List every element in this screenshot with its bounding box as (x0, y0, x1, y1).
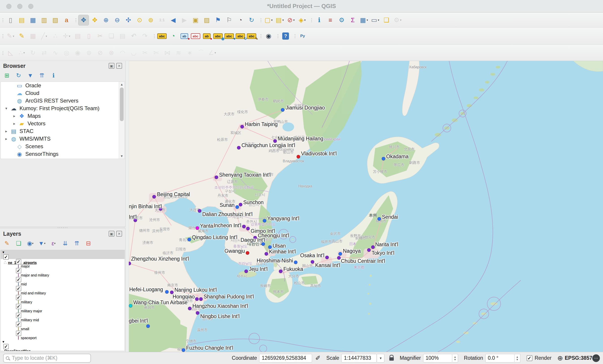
zoom-to-selection-icon[interactable]: ⊙ (134, 15, 145, 25)
expander-icon[interactable]: ▸ (3, 129, 10, 134)
show-hide-labels-icon[interactable]: abc◉ (213, 31, 223, 41)
measure-icon[interactable]: ▭▾ (370, 15, 381, 25)
layer-item-military[interactable]: ✓military (1, 295, 125, 304)
scale-combo[interactable]: 1:14477833 (341, 354, 377, 363)
open-project-icon[interactable]: ▤ (16, 15, 27, 25)
layer-item-major-and-military[interactable]: ✓major and military (1, 268, 125, 277)
layer-item-mid-and-military[interactable]: ✓mid and military (1, 286, 125, 295)
browser-item-scenes[interactable]: ◇Scenes (1, 143, 125, 150)
layout-manager-icon[interactable]: ▧ (50, 15, 61, 25)
scroll-up-icon[interactable]: ▲ (119, 82, 125, 87)
zoom-in-icon[interactable]: ⊕ (101, 15, 111, 25)
open-attribute-table-icon[interactable]: ▦▾ (359, 15, 369, 25)
visibility-checkbox[interactable]: ✓ (16, 313, 21, 318)
new-project-icon[interactable]: ▯ (5, 15, 16, 25)
toggle-unplaced-labels-icon[interactable]: abc (190, 31, 201, 41)
minimize-window-button[interactable] (17, 4, 23, 9)
statistical-summary-icon[interactable]: ≡ (325, 15, 336, 25)
layer-item-ne-10m-airports[interactable]: ▾✓∴ne_10m_airports (1, 250, 125, 259)
browser-item-vectors[interactable]: ▸▰Vectors (1, 120, 125, 127)
visibility-checkbox[interactable]: ✓ (3, 344, 9, 349)
magnifier-field[interactable]: 100% (423, 354, 452, 363)
browser-item-vector-tiles[interactable]: ⊞Vector Tiles (1, 158, 125, 159)
browser-properties-widget-icon[interactable]: ℹ (49, 71, 58, 80)
select-features-by-value-icon[interactable]: ▤▾ (274, 15, 285, 25)
map-canvas[interactable]: ХабаровскПриморский крайВладивостокУссур… (129, 61, 603, 352)
scale-dropdown-icon[interactable]: ▼ (377, 354, 384, 363)
browser-item-cloud[interactable]: ☁Cloud (1, 89, 125, 97)
new-spatial-bookmark-icon[interactable]: ⚑ (213, 15, 223, 25)
close-window-button[interactable] (6, 4, 12, 9)
browser-item-kumoy-first-project-qgis-team-[interactable]: ▾☁Kumoy: First Project(QGIS Team) (1, 104, 125, 112)
visibility-checkbox[interactable]: ✓ (16, 295, 21, 300)
layer-item-major[interactable]: ✓major (1, 259, 125, 268)
visibility-checkbox[interactable]: ✓ (16, 268, 21, 273)
move-label-icon[interactable]: abc➜ (224, 31, 234, 41)
visibility-checkbox[interactable]: ✓ (16, 259, 21, 264)
layers-add-group-icon[interactable]: ❏ (14, 239, 23, 248)
layers-manage-map-themes-icon[interactable]: ◉▾ (25, 239, 35, 248)
expander-icon[interactable]: ▾ (3, 106, 10, 111)
browser-item-sensorthings[interactable]: ◉SensorThings (1, 150, 125, 158)
zoom-to-layer-icon[interactable]: ⊚ (145, 15, 156, 25)
panel-splitter[interactable] (0, 227, 126, 228)
python-console-icon[interactable]: Py (297, 31, 308, 41)
browser-item-stac[interactable]: ▸▤STAC (1, 127, 125, 135)
locate-search-input[interactable]: Type to locate (⌘K) (3, 354, 91, 363)
browser-add-selected-layers-icon[interactable]: ⊞ (2, 71, 12, 80)
identify-features-icon[interactable]: ℹ (314, 15, 325, 25)
show-statistics-icon[interactable]: Σ (348, 15, 358, 25)
crs-globe-icon[interactable]: ⊕ (557, 355, 563, 362)
browser-filter-browser-icon[interactable]: ▼ (25, 71, 35, 80)
layer-diagram-options-icon[interactable]: ◔ (168, 31, 178, 41)
expander-icon[interactable]: ▾ (2, 250, 4, 254)
toggle-editing-icon[interactable]: ✎ (16, 31, 27, 41)
select-by-location-icon[interactable]: ◈▾ (297, 15, 308, 25)
highlight-pinned-labels-icon[interactable]: ab● (179, 31, 190, 41)
zoom-last-icon[interactable]: ◀ (168, 15, 178, 25)
browser-item-maps[interactable]: ▸❖Maps (1, 112, 125, 120)
scrollbar-thumb[interactable] (120, 88, 124, 121)
browser-collapse-all-icon[interactable]: ⇈ (37, 71, 46, 80)
visibility-checkbox[interactable]: ✓ (16, 277, 21, 282)
browser-close-icon[interactable]: ✕ (116, 63, 122, 69)
zoom-out-icon[interactable]: ⊖ (112, 15, 123, 25)
map-tips-icon[interactable]: ❑ (381, 15, 392, 25)
select-features-icon[interactable]: ▢▾ (263, 15, 274, 25)
expander-icon[interactable]: ▸ (11, 114, 18, 118)
layers-open-layer-styling-icon[interactable]: ✎ (2, 239, 12, 248)
style-manager-icon[interactable]: a (61, 15, 72, 25)
browser-refresh-browser-icon[interactable]: ↻ (14, 71, 23, 80)
show-bookmarks-icon[interactable]: ⚐ (224, 15, 234, 25)
layers-filter-by-expression-icon[interactable]: ε▾ (49, 239, 58, 248)
visibility-checkbox[interactable]: ✓ (16, 304, 21, 309)
extents-toggle-icon[interactable]: ✐ (315, 354, 320, 362)
expander-icon[interactable]: ▸ (3, 136, 10, 141)
change-label-properties-icon[interactable]: abc✎ (246, 31, 257, 41)
layers-collapse-all-layers-icon[interactable]: ⇈ (72, 239, 81, 248)
layers-expand-all-icon[interactable]: ⇊ (60, 239, 70, 248)
zoom-full-icon[interactable]: ✣ (123, 15, 134, 25)
scroll-down-icon[interactable]: ▼ (119, 153, 125, 159)
layer-item-openstreetmap[interactable]: ▾✓OpenStreetMap (1, 340, 125, 349)
messages-icon[interactable]: ⋯ (592, 354, 600, 362)
save-project-icon[interactable]: ▦ (28, 15, 38, 25)
pan-map-icon[interactable]: ✥ (78, 15, 89, 25)
deselect-features-icon[interactable]: ⊘▾ (286, 15, 296, 25)
new-3d-map-view-icon[interactable]: ▨ (201, 15, 212, 25)
rotate-label-icon[interactable]: abc↻ (235, 31, 246, 41)
maximize-window-button[interactable] (28, 4, 33, 9)
coordinate-field[interactable]: 12659269,5258384 (259, 354, 312, 363)
layer-item-small[interactable]: ✓small (1, 322, 125, 331)
browser-item-oracle[interactable]: ▭Oracle (1, 82, 125, 89)
crs-value[interactable]: EPSG:3857 (565, 355, 592, 361)
layer-item-mid[interactable]: ✓mid (1, 277, 125, 286)
layer-item-spaceport[interactable]: ✓spaceport (1, 331, 125, 340)
layers-float-icon[interactable]: ▣ (109, 231, 115, 237)
expander-icon[interactable]: ▾ (2, 340, 4, 344)
pin-unpin-labels-icon[interactable]: ab● (201, 31, 212, 41)
expander-icon[interactable]: ▸ (11, 121, 18, 126)
browser-scrollbar[interactable]: ▲ ▼ (119, 82, 125, 159)
visibility-checkbox[interactable]: ✓ (16, 322, 21, 327)
rotation-spinner[interactable]: ▲▼ (514, 354, 520, 363)
